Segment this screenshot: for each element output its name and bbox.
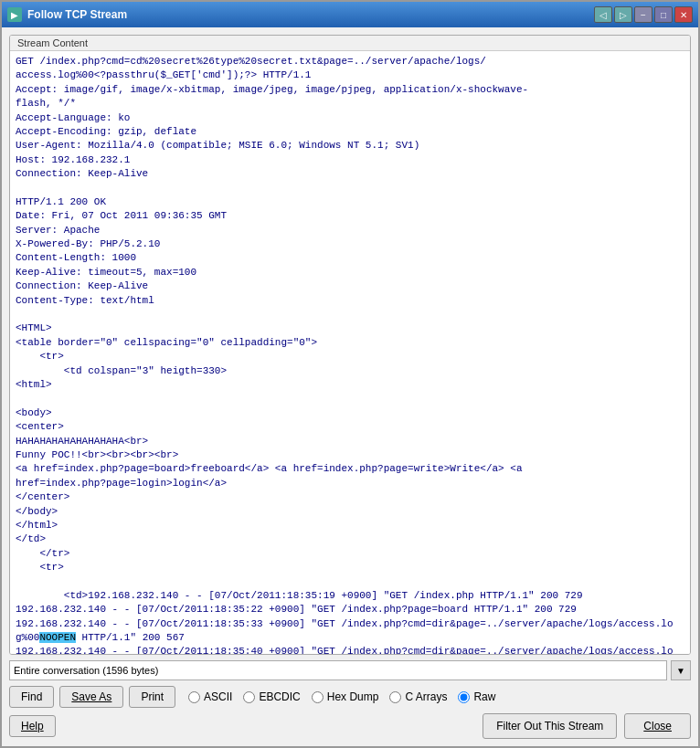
window-body: Stream Content GET /index.php?cmd=cd%20s… [2, 27, 698, 746]
bottom-right: Filter Out This Stream Close [483, 713, 691, 739]
dropdown-arrow-button[interactable]: ▼ [671, 660, 691, 680]
title-bar: ▶ Follow TCP Stream ◁ ▷ − □ ✕ [2, 2, 698, 27]
radio-hexdump[interactable]: Hex Dump [312, 690, 379, 703]
title-bar-left: ▶ Follow TCP Stream [7, 7, 127, 22]
radio-raw[interactable]: Raw [458, 690, 495, 703]
extra-btn-1[interactable]: ◁ [594, 6, 612, 23]
save-as-button[interactable]: Save As [59, 686, 123, 708]
stream-content-group: Stream Content GET /index.php?cmd=cd%20s… [9, 35, 691, 655]
filter-out-label: Filter Out This Stream [496, 720, 603, 732]
stream-icon: ▶ [7, 7, 22, 22]
radio-raw-label: Raw [473, 690, 495, 703]
radio-raw-input[interactable] [458, 691, 470, 703]
minimize-button[interactable]: − [634, 6, 652, 23]
close-title-button[interactable]: ✕ [674, 6, 693, 23]
stream-content-area[interactable]: GET /index.php?cmd=cd%20secret%26type%20… [10, 51, 690, 654]
close-button[interactable]: Close [624, 713, 691, 739]
follow-tcp-stream-window: ▶ Follow TCP Stream ◁ ▷ − □ ✕ Stream Con… [0, 0, 700, 748]
conversation-dropdown[interactable]: Entire conversation (1596 bytes) [9, 660, 667, 680]
radio-ascii[interactable]: ASCII [188, 690, 232, 703]
radio-group-container: ASCII EBCDIC Hex Dump C Arrays Raw [188, 690, 495, 703]
bottom-left: Help [9, 715, 56, 737]
close-label: Close [643, 720, 672, 732]
extra-btn-2[interactable]: ▷ [614, 6, 632, 23]
bottom-row: Help Filter Out This Stream Close [9, 713, 691, 739]
radio-hexdump-label: Hex Dump [327, 690, 379, 703]
highlight-noopen-1: NOOPEN [39, 632, 76, 643]
radio-ebcdic-label: EBCDIC [259, 690, 300, 703]
button-row: Find Save As Print ASCII EBCDIC H [9, 686, 691, 708]
window-title: Follow TCP Stream [27, 8, 127, 21]
radio-ebcdic[interactable]: EBCDIC [243, 690, 300, 703]
find-button[interactable]: Find [9, 686, 54, 708]
radio-hexdump-input[interactable] [312, 691, 323, 703]
dropdown-bar: Entire conversation (1596 bytes) ▼ [9, 660, 691, 680]
radio-ascii-input[interactable] [188, 691, 200, 703]
radio-carrays[interactable]: C Arrays [389, 690, 447, 703]
print-button[interactable]: Print [129, 686, 175, 708]
maximize-button[interactable]: □ [654, 6, 673, 23]
help-label: Help [21, 720, 44, 732]
radio-carrays-input[interactable] [389, 691, 401, 703]
filter-out-button[interactable]: Filter Out This Stream [483, 713, 617, 739]
radio-carrays-label: C Arrays [405, 690, 447, 703]
title-bar-controls: ◁ ▷ − □ ✕ [594, 6, 693, 23]
stream-text: GET /index.php?cmd=cd%20secret%26type%20… [10, 51, 690, 654]
help-button[interactable]: Help [9, 715, 56, 737]
radio-ascii-label: ASCII [204, 690, 232, 703]
save-as-label: Save As [71, 690, 111, 703]
radio-ebcdic-input[interactable] [243, 691, 255, 703]
stream-group-label: Stream Content [10, 36, 690, 51]
